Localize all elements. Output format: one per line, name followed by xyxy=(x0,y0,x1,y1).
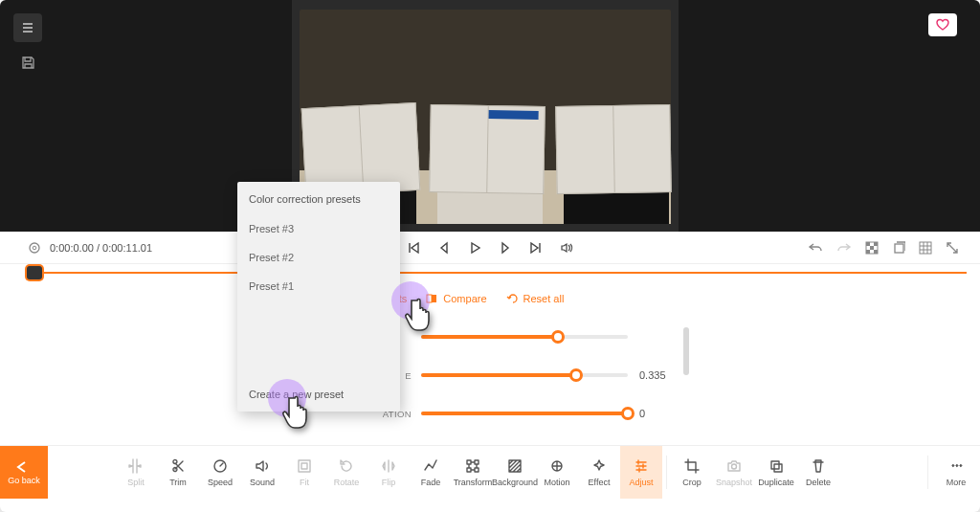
adjust-panel: Presets Compare Reset all E 0.335 ATION xyxy=(354,285,670,471)
duplicate-icon xyxy=(768,457,785,475)
undo-icon[interactable] xyxy=(808,241,823,255)
tool-fade[interactable]: Fade xyxy=(410,446,452,499)
tool-rotate: Rotate xyxy=(325,446,368,499)
motion-icon xyxy=(548,457,566,475)
preset-item[interactable]: Preset #1 xyxy=(249,272,389,301)
grid-icon[interactable] xyxy=(919,241,932,255)
svg-rect-12 xyxy=(432,295,436,302)
delete-icon xyxy=(810,457,827,475)
slider-row: E 0.335 xyxy=(354,356,670,394)
play-icon[interactable] xyxy=(468,241,481,255)
slider-track[interactable] xyxy=(421,412,628,415)
playbar: 0:00:0.00 / 0:00:11.01 xyxy=(0,232,980,264)
svg-rect-5 xyxy=(870,246,874,250)
tool-delete[interactable]: Delete xyxy=(797,446,839,499)
transform-icon xyxy=(464,457,481,475)
snapshot-icon xyxy=(725,457,743,475)
tool-effect[interactable]: Effect xyxy=(578,446,620,499)
slider-track[interactable] xyxy=(421,373,628,377)
svg-rect-3 xyxy=(866,242,870,246)
tool-fit: Fit xyxy=(283,446,325,499)
tool-crop[interactable]: Crop xyxy=(671,446,713,499)
svg-rect-11 xyxy=(427,295,432,302)
go-back-button[interactable]: Go back xyxy=(0,446,48,499)
skip-start-icon[interactable] xyxy=(407,241,420,255)
popup-title: Color correction presets xyxy=(237,182,400,211)
checker-icon[interactable] xyxy=(865,241,879,255)
redo-icon[interactable] xyxy=(836,241,852,255)
slider-value: 0.335 xyxy=(628,369,670,381)
flip-icon xyxy=(380,457,397,475)
svg-rect-9 xyxy=(920,242,931,254)
svg-point-1 xyxy=(33,246,36,250)
slider-knob[interactable] xyxy=(569,368,583,382)
slider-track[interactable] xyxy=(421,335,628,339)
tool-adjust[interactable]: Adjust xyxy=(620,446,662,499)
tool-trim[interactable]: Trim xyxy=(157,446,199,499)
tool-background[interactable]: Background xyxy=(494,446,536,499)
timeline-track[interactable] xyxy=(27,272,967,274)
window-icon[interactable] xyxy=(892,241,905,255)
tool-flip: Flip xyxy=(368,446,410,499)
preset-item[interactable]: Preset #3 xyxy=(249,214,389,243)
fullscreen-icon[interactable] xyxy=(946,241,959,255)
svg-rect-4 xyxy=(874,242,878,246)
tool-split: Split xyxy=(115,446,157,499)
create-preset-button[interactable]: Create a new preset xyxy=(237,377,400,412)
tool-speed[interactable]: Speed xyxy=(199,446,241,499)
rotate-icon xyxy=(338,457,355,475)
preset-item[interactable]: Preset #2 xyxy=(249,243,389,272)
svg-rect-8 xyxy=(895,244,903,253)
reset-all-button[interactable]: Reset all xyxy=(506,293,565,304)
fade-icon xyxy=(422,457,439,475)
volume-icon[interactable] xyxy=(560,241,573,255)
step-back-icon[interactable] xyxy=(437,241,451,255)
svg-rect-6 xyxy=(866,250,870,254)
presets-popup: Color correction presets Preset #3Preset… xyxy=(237,182,400,412)
adjust-icon xyxy=(633,457,650,475)
timeline[interactable] xyxy=(0,264,980,285)
preview-area xyxy=(0,0,980,232)
tool-transform[interactable]: Transform xyxy=(452,446,494,499)
svg-rect-7 xyxy=(874,250,878,254)
fit-icon xyxy=(296,457,313,475)
step-forward-icon[interactable] xyxy=(499,241,512,255)
favorite-button[interactable] xyxy=(928,13,957,36)
tool-duplicate[interactable]: Duplicate xyxy=(755,446,797,499)
svg-point-0 xyxy=(30,243,39,253)
playhead[interactable] xyxy=(27,266,42,279)
tool-sound[interactable]: Sound xyxy=(241,446,283,499)
settings-icon[interactable] xyxy=(27,240,42,256)
tool-motion[interactable]: Motion xyxy=(536,446,578,499)
skip-end-icon[interactable] xyxy=(529,241,543,255)
slider-knob[interactable] xyxy=(621,407,635,420)
more-button[interactable]: More xyxy=(932,446,980,499)
speed-icon xyxy=(212,457,229,475)
crop-icon xyxy=(683,457,701,475)
panel-scrollbar[interactable] xyxy=(683,327,689,375)
bottom-toolbar: Go back SplitTrimSpeedSoundFitRotateFlip… xyxy=(0,445,980,499)
split-icon xyxy=(127,457,145,475)
slider-knob[interactable] xyxy=(551,330,565,344)
trim-icon xyxy=(169,457,187,475)
effect-icon xyxy=(590,457,608,475)
timecode: 0:00:0.00 / 0:00:11.01 xyxy=(50,242,152,254)
background-icon xyxy=(506,457,523,475)
tool-snapshot: Snapshot xyxy=(713,446,755,499)
slider-row xyxy=(354,318,670,356)
save-button[interactable] xyxy=(13,48,42,77)
hamburger-menu[interactable] xyxy=(13,13,42,42)
sound-icon xyxy=(254,457,271,475)
slider-row: ATION 0 xyxy=(354,394,670,433)
compare-button[interactable]: Compare xyxy=(426,293,486,304)
